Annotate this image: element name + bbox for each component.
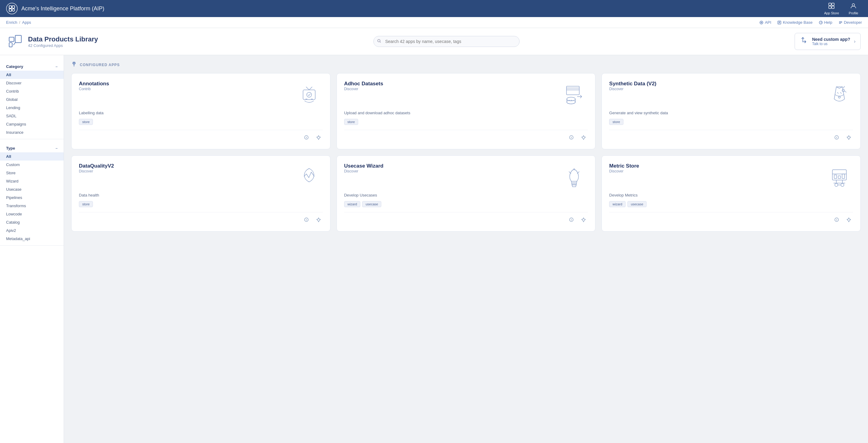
adhoc-illustration	[560, 81, 588, 108]
wizard-info-button[interactable]	[567, 215, 576, 224]
annotations-title: Annotations	[79, 81, 109, 87]
synthetic-illustration	[826, 81, 853, 108]
sidebar-item-contrib[interactable]: Contrib	[0, 87, 64, 95]
app-card-metric-store[interactable]: Metric Store Discover	[601, 155, 861, 232]
category-label: Category	[6, 64, 23, 69]
sidebar-item-catalog[interactable]: Catalog	[0, 218, 64, 226]
svg-point-11	[819, 21, 822, 24]
metric-category: Discover	[609, 169, 639, 173]
svg-rect-33	[834, 175, 837, 179]
developer-link[interactable]: Developer	[838, 20, 862, 25]
adhoc-tag-store: store	[344, 119, 358, 125]
sidebar-item-lowcode[interactable]: Lowcode	[0, 210, 64, 218]
search-icon	[377, 39, 381, 44]
sidebar-item-category-all[interactable]: All	[0, 71, 64, 79]
adhoc-pin-button[interactable]	[579, 133, 588, 142]
sidebar-item-pipelines[interactable]: Pipelines	[0, 194, 64, 202]
help-link[interactable]: Help	[819, 20, 832, 25]
app-grid: Annotations Contrib La	[71, 73, 861, 232]
sidebar-item-insurance[interactable]: Insurance	[0, 128, 64, 137]
app-store-nav-button[interactable]: App Store	[820, 1, 843, 16]
sidebar-item-custom[interactable]: Custom	[0, 160, 64, 169]
sidebar-item-campaigns[interactable]: Campaigns	[0, 120, 64, 128]
annotations-info-button[interactable]	[302, 133, 311, 142]
profile-nav-button[interactable]: Profile	[845, 1, 862, 16]
metric-header: Metric Store Discover	[609, 163, 853, 190]
sidebar-item-sadl[interactable]: SADL	[0, 112, 64, 120]
synthetic-info-button[interactable]	[832, 133, 841, 142]
sidebar-item-transforms[interactable]: Transforms	[0, 202, 64, 210]
header-library-icon	[7, 33, 23, 49]
breadcrumb-apps: Apps	[22, 20, 31, 25]
synthetic-footer	[609, 130, 853, 142]
metric-pin-button[interactable]	[844, 215, 853, 224]
wizard-header: Usecase Wizard Discover	[344, 163, 588, 190]
wizard-tag-usecase: usecase	[362, 201, 381, 207]
custom-app-banner[interactable]: Need custom app? Talk to us ›	[795, 33, 861, 50]
search-input[interactable]	[373, 36, 520, 47]
wizard-pin-button[interactable]	[579, 215, 588, 224]
sidebar-item-usecase[interactable]: Usecase	[0, 185, 64, 194]
custom-app-title: Need custom app?	[812, 37, 850, 42]
category-collapse-icon: −	[56, 65, 58, 69]
type-section-header[interactable]: Type −	[0, 144, 64, 152]
adhoc-tags: store	[344, 119, 588, 125]
svg-point-15	[378, 39, 380, 42]
wizard-title: Usecase Wizard	[344, 163, 383, 169]
sidebar-item-wizard[interactable]: Wizard	[0, 177, 64, 185]
plug-icon	[71, 61, 77, 68]
svg-rect-19	[566, 86, 579, 95]
app-store-label: App Store	[824, 11, 839, 15]
app-count-subtitle: 42 Configured Apps	[28, 43, 98, 48]
app-card-adhoc-datasets[interactable]: Adhoc Datasets Discover	[337, 73, 596, 149]
category-section-header[interactable]: Category −	[0, 62, 64, 71]
annotations-pin-button[interactable]	[314, 133, 323, 142]
annotations-description: Labelling data	[79, 111, 323, 115]
custom-app-subtitle: Talk to us	[812, 42, 850, 46]
profile-label: Profile	[849, 11, 858, 15]
sidebar-item-global[interactable]: Global	[0, 95, 64, 104]
breadcrumb-bar: Enrich / Apps API Knowledge Base Help De…	[0, 17, 868, 28]
sidebar-item-lending[interactable]: Lending	[0, 104, 64, 112]
app-card-synthetic-data[interactable]: Synthetic Data (V2) Discover	[601, 73, 861, 149]
api-link[interactable]: API	[759, 20, 771, 25]
sidebar-item-apiv2[interactable]: Apiv2	[0, 226, 64, 235]
adhoc-description: Upload and download adhoc datasets	[344, 111, 588, 115]
sidebar: Category − All Discover Contrib Global L…	[0, 55, 64, 443]
adhoc-info-button[interactable]	[567, 133, 576, 142]
dq-tags: store	[79, 201, 323, 207]
metric-tags: wizard usecase	[609, 201, 853, 207]
synthetic-pin-button[interactable]	[844, 133, 853, 142]
metric-description: Develop Metrics	[609, 193, 853, 198]
app-card-data-quality[interactable]: DataQualityV2 Discover Data health store	[71, 155, 331, 232]
annotations-category: Contrib	[79, 87, 109, 91]
app-card-annotations[interactable]: Annotations Contrib La	[71, 73, 331, 149]
page-header: Data Products Library 42 Configured Apps…	[0, 28, 868, 55]
dq-description: Data health	[79, 193, 323, 198]
sidebar-item-store[interactable]: Store	[0, 169, 64, 177]
synthetic-header: Synthetic Data (V2) Discover	[609, 81, 853, 108]
svg-point-17	[307, 92, 312, 97]
app-logo	[6, 3, 18, 14]
top-links: API Knowledge Base Help Developer	[759, 20, 862, 25]
synthetic-title: Synthetic Data (V2)	[609, 81, 656, 87]
dq-pin-button[interactable]	[314, 215, 323, 224]
breadcrumb-enrich[interactable]: Enrich	[6, 20, 18, 25]
sidebar-item-type-all[interactable]: All	[0, 152, 64, 160]
annotations-illustration	[296, 81, 323, 108]
dq-info-button[interactable]	[302, 215, 311, 224]
wizard-title-group: Usecase Wizard Discover	[344, 163, 383, 177]
metric-info-button[interactable]	[832, 215, 841, 224]
annotations-footer	[79, 130, 323, 142]
metric-title: Metric Store	[609, 163, 639, 169]
app-card-usecase-wizard[interactable]: Usecase Wizard Discover	[337, 155, 596, 232]
dq-tag-store: store	[79, 201, 93, 207]
svg-rect-16	[303, 90, 315, 100]
sidebar-item-metadata-api[interactable]: Metadata_api	[0, 235, 64, 243]
svg-point-3	[12, 9, 14, 11]
svg-rect-5	[832, 3, 834, 5]
dq-illustration	[296, 163, 323, 190]
adhoc-category: Discover	[344, 87, 383, 91]
knowledge-base-link[interactable]: Knowledge Base	[777, 20, 812, 25]
sidebar-item-discover[interactable]: Discover	[0, 79, 64, 87]
